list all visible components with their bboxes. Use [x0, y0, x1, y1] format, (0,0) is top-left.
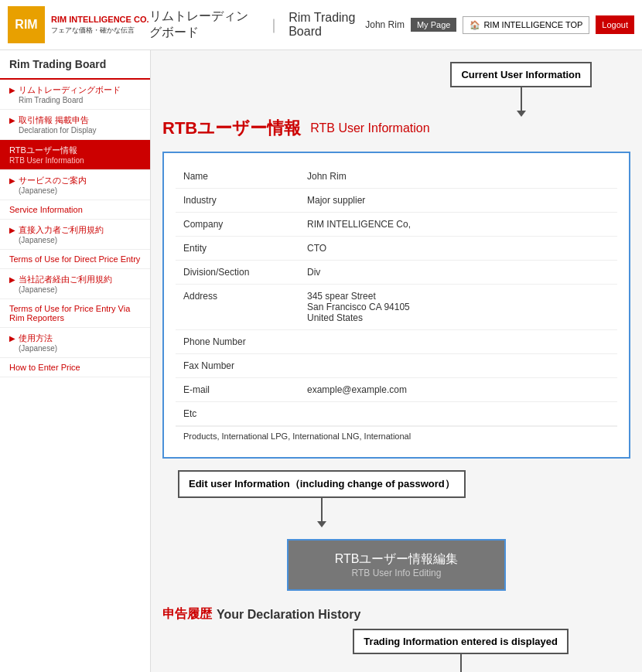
content-area: Current User Information RTBユーザー情報 RTB U…	[151, 50, 642, 672]
sidebar-jp-6: 使用方法	[19, 333, 57, 344]
sidebar-jp-4: 直接入力者ご利用規約	[19, 224, 104, 236]
field-label-entity: Entity	[176, 237, 299, 261]
sidebar-en-0: Rim Trading Board	[19, 96, 121, 104]
field-value-email: example@example.com	[299, 378, 617, 402]
sidebar-service-label: Service Information	[9, 205, 141, 214]
user-name: John Rim	[365, 19, 405, 30]
arrow-icon: ▶	[9, 86, 15, 94]
company-name: RIM INTELLIGENCE CO.	[51, 14, 149, 26]
main-layout: Rim Trading Board ▶ リムトレーディングボード Rim Tra…	[0, 50, 642, 672]
field-value-fax	[299, 354, 617, 378]
sidebar: Rim Trading Board ▶ リムトレーディングボード Rim Tra…	[0, 50, 151, 672]
edit-callout-wrapper: Edit user Information（including change o…	[178, 470, 466, 527]
edit-btn-jp: RTBユーザー情報編集	[335, 551, 459, 568]
field-value-name: John Rim	[299, 165, 617, 189]
logout-button[interactable]: Logout	[596, 15, 634, 34]
sidebar-jp-1: 取引情報 掲載申告	[19, 114, 97, 126]
sidebar-item-rtb-user[interactable]: RTBユーザー情報 RTB User Information	[0, 140, 150, 170]
field-label-phone: Phone Number	[176, 330, 299, 354]
page-title-jp: RTBユーザー情報	[162, 117, 301, 140]
callout-arrow-top	[450, 87, 592, 117]
header-right: John Rim My Page 🏠 RIM INTELLIGENCE TOP …	[365, 15, 634, 34]
sidebar-item-rim-trading[interactable]: ▶ リムトレーディングボード Rim Trading Board	[0, 80, 150, 110]
table-row: Etc	[176, 402, 617, 426]
arrow-icon-3: ▶	[9, 226, 15, 234]
nav-title-jp: リムトレーディングボード	[149, 9, 260, 41]
sidebar-how-to-label: How to Enter Price	[9, 363, 141, 372]
user-info-table: Name John Rim Industry Major supplier Co…	[176, 165, 617, 426]
field-label-address: Address	[176, 285, 299, 330]
top-callout-wrapper: Current User Information	[450, 62, 592, 117]
top-callout-area: Current User Information	[162, 62, 630, 117]
company-info: RIM INTELLIGENCE CO. フェアな価格・確かな伝言	[51, 14, 149, 36]
field-value-company: RIM INTELLIGENCE Co,	[299, 213, 617, 237]
trading-callout-wrapper: Trading Information entered is displayed	[353, 629, 569, 672]
table-row: Entity CTO	[176, 237, 617, 261]
sidebar-terms-reporter-label: Terms of Use for Price Entry Via Rim Rep…	[9, 304, 141, 322]
field-value-division: Div	[299, 261, 617, 285]
field-label-industry: Industry	[176, 189, 299, 213]
sidebar-jp-5: 当社記者経由ご利用規約	[19, 274, 112, 285]
sidebar-item-terms-reporter-jp[interactable]: ▶ 当社記者経由ご利用規約 (Japanese)	[0, 269, 150, 299]
nav-title-en: Rim Trading Board	[289, 11, 365, 39]
field-label-email: E-mail	[176, 378, 299, 402]
sidebar-en-4: (Japanese)	[19, 236, 104, 244]
nav-divider: ｜	[267, 15, 281, 34]
page-title-area: RTBユーザー情報 RTB User Information	[162, 117, 630, 140]
table-row: Division/Section Div	[176, 261, 617, 285]
company-tagline: フェアな価格・確かな伝言	[51, 26, 149, 36]
sidebar-item-service-en[interactable]: Service Information	[0, 200, 150, 220]
field-value-address: 345 spear StreetSan Francisco CA 94105Un…	[299, 285, 617, 330]
sidebar-title: Rim Trading Board	[0, 50, 150, 80]
field-value-industry: Major supplier	[299, 189, 617, 213]
sidebar-item-terms-reporter-en[interactable]: Terms of Use for Price Entry Via Rim Rep…	[0, 299, 150, 328]
sidebar-item-usage-jp[interactable]: ▶ 使用方法 (Japanese)	[0, 328, 150, 358]
sidebar-item-how-to[interactable]: How to Enter Price	[0, 358, 150, 377]
table-row: Company RIM INTELLIGENCE Co,	[176, 213, 617, 237]
sidebar-item-terms-direct-en[interactable]: Terms of Use for Direct Price Entry	[0, 250, 150, 269]
table-row: Industry Major supplier	[176, 189, 617, 213]
sidebar-item-terms-direct-jp[interactable]: ▶ 直接入力者ご利用規約 (Japanese)	[0, 220, 150, 250]
field-label-etc: Etc	[176, 402, 299, 426]
sidebar-en-1: Declaration for Display	[19, 126, 97, 135]
field-value-phone	[299, 330, 617, 354]
logo-text: RIM	[15, 18, 37, 32]
logo-box: RIM	[8, 6, 45, 43]
table-row: Phone Number	[176, 330, 617, 354]
edit-btn-container: RTBユーザー情報編集 RTB User Info Editing	[162, 539, 630, 591]
header: RIM RIM INTELLIGENCE CO. フェアな価格・確かな伝言 リム…	[0, 0, 642, 50]
arrow-icon-4: ▶	[9, 275, 15, 284]
user-info-container: Name John Rim Industry Major supplier Co…	[162, 152, 630, 459]
field-label-name: Name	[176, 165, 299, 189]
field-label-company: Company	[176, 213, 299, 237]
trading-callout-area: Trading Information entered is displayed	[162, 629, 630, 672]
callout-arrow-edit	[178, 498, 466, 527]
sidebar-item-service-jp[interactable]: ▶ サービスのご案内 (Japanese)	[0, 170, 150, 200]
sidebar-en-5: (Japanese)	[19, 285, 112, 294]
sidebar-jp-2: RTBユーザー情報	[9, 145, 141, 156]
edit-btn-en: RTB User Info Editing	[335, 568, 459, 578]
sidebar-en-2: RTB User Information	[9, 156, 141, 165]
arrow-icon-1: ▶	[9, 116, 15, 125]
sidebar-terms-direct-label: Terms of Use for Direct Price Entry	[9, 254, 141, 264]
rim-top-button[interactable]: 🏠 RIM INTELLIGENCE TOP	[463, 16, 589, 34]
nav-title: リムトレーディングボード ｜ Rim Trading Board	[149, 9, 366, 41]
sidebar-jp-3: サービスのご案内	[19, 175, 87, 186]
rtb-edit-button[interactable]: RTBユーザー情報編集 RTB User Info Editing	[287, 539, 507, 591]
home-icon: 🏠	[470, 20, 480, 30]
table-row: Address 345 spear StreetSan Francisco CA…	[176, 285, 617, 330]
history-title-en: Your Declaration History	[217, 608, 360, 622]
table-row: E-mail example@example.com	[176, 378, 617, 402]
sidebar-item-declaration[interactable]: ▶ 取引情報 掲載申告 Declaration for Display	[0, 110, 150, 140]
sidebar-en-3: (Japanese)	[19, 186, 87, 195]
current-user-callout: Current User Information	[450, 62, 592, 87]
history-title-jp: 申告履歴	[162, 606, 212, 623]
mypage-button[interactable]: My Page	[411, 18, 456, 32]
edit-user-callout: Edit user Information（including change o…	[178, 470, 466, 498]
table-row: Name John Rim	[176, 165, 617, 189]
services-text: Products, International LPG, Internation…	[176, 426, 617, 445]
field-value-etc	[299, 402, 617, 426]
field-label-division: Division/Section	[176, 261, 299, 285]
history-title-area: 申告履歴 Your Declaration History	[162, 606, 630, 623]
arrow-icon-5: ▶	[9, 334, 15, 343]
